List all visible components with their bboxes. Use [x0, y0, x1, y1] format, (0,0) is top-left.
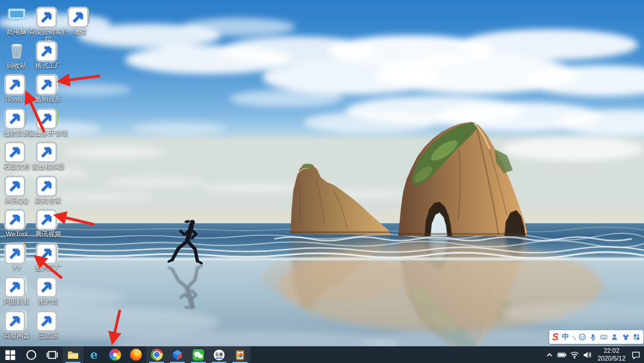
tencent-video-icon	[38, 208, 59, 229]
desktop-icon-wangwang[interactable]: 阿里旺旺	[1, 275, 32, 306]
desktop-icon-format-factory[interactable]: 格式工厂	[33, 39, 64, 70]
desktop-icon-kugou[interactable]: 酷狗音乐	[33, 73, 64, 103]
action-center-button[interactable]	[630, 346, 642, 363]
desktop-icon-recycle[interactable]: 回收站	[1, 39, 32, 70]
desktop-icon-baidu-pan[interactable]: 百度网盘	[1, 309, 32, 340]
flash-expert-icon	[38, 174, 59, 196]
system-tray: 22:02 2020/5/12	[543, 346, 644, 363]
sogou-ime-bar: S 中 ·,	[549, 330, 643, 344]
taskbar-start-button[interactable]	[0, 346, 21, 363]
taskbar-cortana-button[interactable]	[21, 346, 42, 363]
desktop-icon-apowermirror[interactable]: 傲软投屏	[1, 107, 32, 137]
wetool-icon	[6, 208, 27, 229]
itools-icon	[6, 73, 27, 94]
svg-text:石墨: 石墨	[215, 352, 223, 356]
taskbar-bluestacks-button[interactable]	[167, 346, 188, 363]
taskbar-clock[interactable]: 22:02 2020/5/12	[593, 347, 630, 362]
wangwang-icon	[6, 275, 27, 297]
baidu-pan-icon	[6, 309, 27, 331]
desktop-icon-qq[interactable]: 腾讯QQ	[1, 174, 32, 205]
desktop-icon-flash-expert[interactable]: 刷机专家	[33, 174, 64, 205]
sogou-logo[interactable]: S	[552, 333, 559, 342]
desktop-icon-yy[interactable]: YY	[1, 242, 32, 272]
desktop-icon-bs-multi[interactable]: 蓝叠多开管理	[33, 107, 64, 137]
taskbar-task-view-button[interactable]	[42, 346, 63, 363]
taskbar-shimo-docs-button[interactable]: 石墨	[209, 346, 230, 363]
desktop-icon-bs-emu[interactable]: 蓝叠模拟器	[33, 140, 64, 171]
taskbar-baidu-marketing-client-button[interactable]	[230, 346, 250, 363]
bs-emu-icon	[38, 140, 59, 162]
desktop-icon-label: 酷狗音乐	[29, 96, 68, 103]
desktop-icon-pic-factory[interactable]: 图片工厂	[33, 242, 64, 272]
wechat-icon	[69, 5, 91, 27]
desktop-icon-baidu-client[interactable]: 百度营销客户端	[33, 5, 64, 43]
ime-wardrobe-icon[interactable]	[622, 333, 630, 341]
shimo-icon: 石墨	[6, 140, 27, 162]
taskbar-file-explorer-button[interactable]	[63, 346, 83, 363]
windows-desktop: 此电脑百度营销客户端微信回收站格式工厂iTools 4酷狗音乐傲软投屏蓝叠多开管…	[0, 0, 644, 363]
baidu-client-icon	[38, 5, 59, 27]
ime-keyboard-icon[interactable]	[600, 333, 608, 341]
clock-date: 2020/5/12	[597, 355, 626, 362]
desktop-icon-pic-gallery[interactable]: 图片馆	[33, 275, 64, 306]
desktop-icon-wetool[interactable]: WeTool	[1, 208, 32, 238]
taskbar-chrome-button[interactable]	[146, 346, 167, 363]
desktop-icon-label: 蓝叠多开管理	[29, 130, 68, 137]
bs-multi-icon	[38, 107, 59, 128]
yy-icon	[6, 242, 27, 263]
format-factory-icon	[38, 39, 59, 61]
ime-skin-icon[interactable]	[611, 333, 618, 341]
desktop-icon-label: 图片工厂	[29, 264, 68, 272]
folder-icon	[38, 309, 59, 331]
desktop-icon-itools[interactable]: iTools 4	[1, 73, 32, 103]
taskbar-edge-button[interactable]: e	[83, 346, 104, 363]
desktop-icon-label: 刷机专家	[29, 197, 68, 205]
ime-voice-icon[interactable]	[589, 333, 597, 341]
wifi-icon[interactable]	[568, 346, 581, 363]
desktop-icon-tencent-video[interactable]: 腾讯视频	[33, 208, 64, 238]
desktop-icon-shimo[interactable]: 石墨石墨文档	[1, 140, 32, 171]
ime-toolbox-icon[interactable]	[633, 333, 640, 341]
taskbar-wechat-button[interactable]	[188, 346, 209, 363]
desktop-icon-label: 格式工厂	[29, 62, 68, 70]
desktop-icon-label: 王志源	[29, 332, 68, 340]
desktop-icon-label: 腾讯视频	[29, 230, 68, 238]
kugou-icon	[38, 73, 59, 94]
qq-icon	[6, 174, 27, 196]
desktop-icon-wechat[interactable]: 微信	[64, 5, 95, 36]
taskbar-pinwheel-browser-button[interactable]	[104, 346, 125, 363]
desktop-icon-folder[interactable]: 王志源	[33, 309, 64, 340]
desktop-icon-grid: 此电脑百度营销客户端微信回收站格式工厂iTools 4酷狗音乐傲软投屏蓝叠多开管…	[0, 0, 644, 363]
pc-icon	[6, 5, 27, 27]
ime-emoji-icon[interactable]	[578, 333, 586, 341]
pic-factory-icon	[38, 242, 59, 263]
hidden-icons-chevron[interactable]	[543, 346, 556, 363]
ime-mode-chinese[interactable]: 中	[562, 333, 569, 341]
apowermirror-icon	[6, 107, 27, 128]
desktop-icon-pc[interactable]: 此电脑	[1, 5, 32, 36]
pic-gallery-icon	[38, 275, 59, 297]
clock-time: 22:02	[597, 347, 626, 355]
desktop-icon-label: 微信	[60, 28, 100, 36]
recycle-icon	[6, 39, 27, 61]
battery-icon[interactable]	[556, 346, 568, 363]
ime-punctuation[interactable]: ·,	[572, 334, 575, 340]
volume-icon[interactable]	[581, 346, 593, 363]
desktop-icon-label: 图片馆	[29, 298, 68, 306]
taskbar-firefox-button[interactable]	[125, 346, 146, 363]
desktop-icon-label: 蓝叠模拟器	[29, 163, 68, 171]
